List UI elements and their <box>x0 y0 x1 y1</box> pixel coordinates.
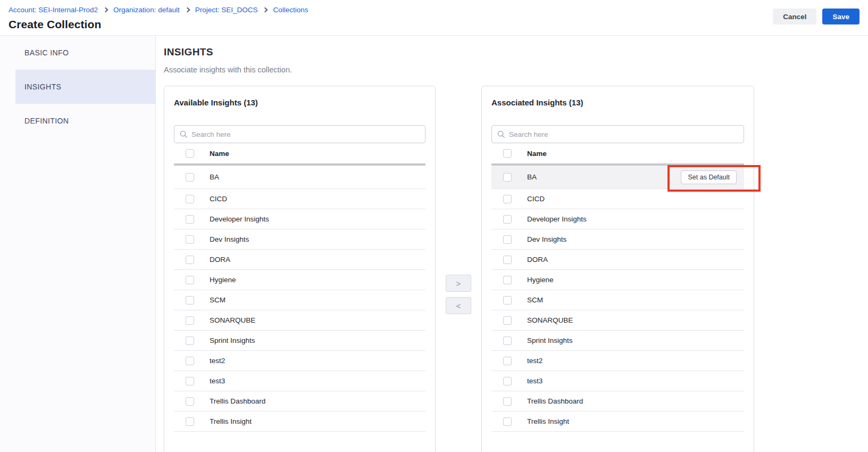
row-checkbox[interactable] <box>186 357 194 365</box>
insight-row[interactable]: Hygiene <box>491 270 744 290</box>
sidebar-item-definition[interactable]: DEFINITION <box>15 104 155 138</box>
row-checkbox[interactable] <box>186 417 194 426</box>
row-checkbox[interactable] <box>503 195 512 203</box>
row-checkbox[interactable] <box>503 235 512 244</box>
row-checkbox[interactable] <box>503 173 512 182</box>
move-right-button[interactable]: > <box>446 275 471 292</box>
insight-row[interactable]: Trellis Dashboard <box>174 391 425 412</box>
chevron-right-icon <box>103 7 108 12</box>
row-checkbox[interactable] <box>503 316 512 325</box>
section-subtitle: Associate insights with this collection. <box>164 65 868 74</box>
transfer-controls: > < <box>436 86 481 452</box>
row-checkbox[interactable] <box>186 316 194 325</box>
insight-row[interactable]: Developer Insights <box>491 209 744 229</box>
page-layout: BASIC INFOINSIGHTSDEFINITION INSIGHTS As… <box>0 36 868 452</box>
insight-row[interactable]: Trellis Insight <box>174 412 425 432</box>
insight-name: BA <box>210 173 219 181</box>
insight-name: Developer Insights <box>527 215 587 223</box>
insight-name: SCM <box>527 296 543 304</box>
search-icon <box>180 130 187 138</box>
chevron-right-icon <box>185 7 190 12</box>
insight-name: Trellis Insight <box>527 417 569 425</box>
row-checkbox[interactable] <box>186 195 194 203</box>
row-checkbox[interactable] <box>186 173 194 182</box>
insight-row[interactable]: test3 <box>174 371 425 391</box>
page-title: Create Collection <box>9 18 308 31</box>
insight-name: SONARQUBE <box>210 316 255 324</box>
row-checkbox[interactable] <box>503 357 512 365</box>
available-search-input[interactable] <box>191 130 420 138</box>
row-checkbox[interactable] <box>186 256 194 264</box>
cancel-button[interactable]: Cancel <box>773 9 816 24</box>
insight-row[interactable]: test3 <box>491 371 744 391</box>
insight-row[interactable]: test2 <box>174 351 425 371</box>
insight-row[interactable]: SCM <box>491 290 744 310</box>
available-table-header: Name <box>174 143 425 166</box>
insight-name: test2 <box>210 357 225 365</box>
available-panel-title: Available Insights (13) <box>174 98 425 107</box>
insight-row[interactable]: Sprint Insights <box>491 331 744 351</box>
set-as-default-button[interactable]: Set as Default <box>681 170 737 184</box>
insight-name: DORA <box>210 256 230 264</box>
insight-name: Trellis Insight <box>210 417 252 425</box>
row-checkbox[interactable] <box>186 336 194 345</box>
insight-name: BA <box>527 173 537 181</box>
row-checkbox[interactable] <box>503 397 512 406</box>
row-checkbox[interactable] <box>503 377 512 385</box>
associated-rows: BASet as DefaultCICDDeveloper InsightsDe… <box>491 166 744 432</box>
insight-row[interactable]: Dev Insights <box>491 229 744 250</box>
row-checkbox[interactable] <box>503 336 512 345</box>
available-select-all-checkbox[interactable] <box>186 149 194 158</box>
row-checkbox[interactable] <box>503 256 512 264</box>
insight-name: Trellis Dashboard <box>210 397 265 405</box>
row-checkbox[interactable] <box>186 235 194 244</box>
insight-row[interactable]: Hygiene <box>174 270 425 290</box>
breadcrumb-link[interactable]: Collections <box>273 6 308 14</box>
sidebar-item-insights[interactable]: INSIGHTS <box>15 70 155 104</box>
insight-row[interactable]: Trellis Dashboard <box>491 391 744 412</box>
top-bar-left: Account: SEI-Internal-Prod2Organization:… <box>9 5 308 31</box>
insight-row[interactable]: DORA <box>174 250 425 270</box>
breadcrumb-link[interactable]: Account: SEI-Internal-Prod2 <box>9 6 98 14</box>
breadcrumb-link[interactable]: Project: SEI_DOCS <box>195 6 258 14</box>
insight-row[interactable]: test2 <box>491 351 744 371</box>
associated-search-box <box>491 125 744 143</box>
top-bar: Account: SEI-Internal-Prod2Organization:… <box>0 0 868 36</box>
insight-name: SCM <box>210 296 226 304</box>
sidebar-item-basic-info[interactable]: BASIC INFO <box>15 36 155 70</box>
insight-name: test3 <box>527 377 542 385</box>
row-checkbox[interactable] <box>503 215 512 224</box>
row-checkbox[interactable] <box>503 276 512 284</box>
move-left-button[interactable]: < <box>446 297 471 314</box>
insight-row[interactable]: BA <box>174 166 425 189</box>
row-checkbox[interactable] <box>186 296 194 305</box>
insight-row[interactable]: Trellis Insight <box>491 412 744 432</box>
insight-row[interactable]: SONARQUBE <box>174 310 425 331</box>
row-checkbox[interactable] <box>503 417 512 426</box>
insight-row[interactable]: Developer Insights <box>174 209 425 229</box>
insight-name: Dev Insights <box>210 235 249 243</box>
insight-name: Developer Insights <box>210 215 269 223</box>
associated-search-input[interactable] <box>509 130 738 138</box>
row-checkbox[interactable] <box>186 377 194 385</box>
insight-row[interactable]: BASet as Default <box>491 166 744 189</box>
insight-row[interactable]: SCM <box>174 290 425 310</box>
row-checkbox[interactable] <box>186 276 194 284</box>
insight-row[interactable]: CICD <box>491 189 744 209</box>
row-checkbox[interactable] <box>186 215 194 224</box>
insight-row[interactable]: Dev Insights <box>174 229 425 250</box>
insight-row[interactable]: SONARQUBE <box>491 310 744 331</box>
associated-select-all-checkbox[interactable] <box>503 149 512 158</box>
row-checkbox[interactable] <box>503 296 512 305</box>
insight-row[interactable]: Sprint Insights <box>174 331 425 351</box>
insight-panels: Available Insights (13) Name BACICDDevel… <box>164 86 868 452</box>
insight-row[interactable]: DORA <box>491 250 744 270</box>
associated-panel-title: Associated Insights (13) <box>491 98 744 107</box>
sidebar-nav: BASIC INFOINSIGHTSDEFINITION <box>0 36 156 452</box>
insight-row[interactable]: CICD <box>174 189 425 209</box>
save-button[interactable]: Save <box>822 9 859 24</box>
associated-table-header: Name <box>491 143 744 166</box>
row-checkbox[interactable] <box>186 397 194 406</box>
chevron-right-icon <box>263 7 268 12</box>
breadcrumb-link[interactable]: Organization: default <box>113 6 180 14</box>
